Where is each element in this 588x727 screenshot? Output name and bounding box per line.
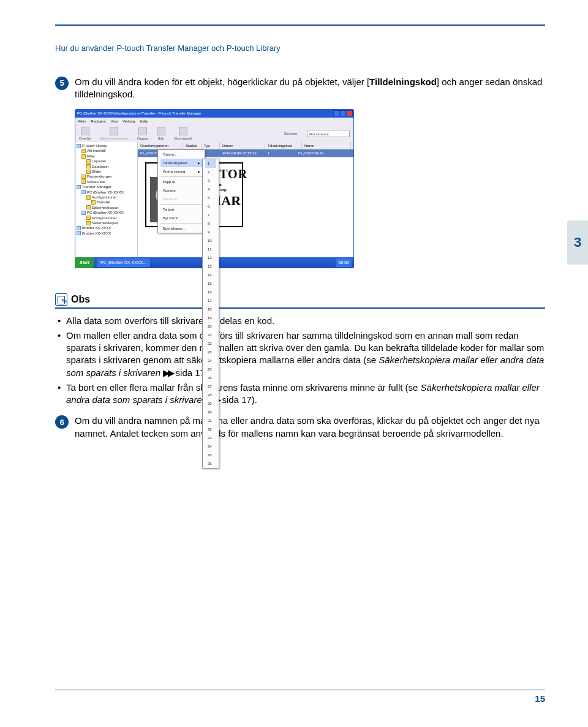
context-submenu-item[interactable]: 36: [205, 459, 216, 468]
context-submenu-item[interactable]: 7: [205, 211, 216, 219]
tree-item[interactable]: Konfigurationer: [77, 195, 136, 200]
menu-item[interactable]: Arkiv: [78, 119, 86, 123]
tree-item[interactable]: P-touch Library: [77, 143, 136, 148]
context-submenu-item[interactable]: 4: [205, 185, 216, 194]
tree-item[interactable]: Sökresultat: [77, 179, 136, 184]
tree-item[interactable]: Brother XX-XXXX: [77, 225, 136, 230]
context-submenu-item[interactable]: 14: [205, 271, 216, 279]
context-submenu-item[interactable]: 6: [205, 202, 216, 211]
folder-icon: [77, 231, 81, 235]
column-header[interactable]: Tilldelningskod: [265, 142, 302, 149]
context-submenu-item[interactable]: 33: [205, 434, 216, 442]
context-submenu-item[interactable]: 31: [205, 416, 216, 425]
context-submenu-item[interactable]: 5: [205, 194, 216, 202]
menu-bar[interactable]: ArkivRedigeraVisaVerktygHjälp: [75, 118, 354, 125]
context-submenu-item[interactable]: 18: [205, 305, 216, 314]
tree-item[interactable]: Transfer: [77, 200, 136, 205]
page-ref-arrows-icon: ▶▶: [163, 367, 173, 378]
context-menu-item[interactable]: Klipp ut: [160, 178, 202, 186]
list-row-selected[interactable]: ID_VISITOR 2016-08-09 15:15:32 1 ID_VISI…: [138, 149, 353, 157]
context-menu-item[interactable]: Egenskaper...: [160, 224, 202, 233]
context-menu-item[interactable]: Byt namn: [160, 214, 202, 222]
folder-tree[interactable]: P-touch LibraryAllt innehållFilterLayout…: [75, 142, 138, 257]
context-submenu-item[interactable]: 35: [205, 451, 216, 459]
context-submenu-item[interactable]: 12: [205, 254, 216, 262]
context-submenu-item[interactable]: 1: [205, 159, 216, 168]
context-submenu-item[interactable]: 8: [205, 219, 216, 228]
context-submenu-item[interactable]: 24: [205, 356, 216, 365]
context-submenu-item[interactable]: 11: [205, 245, 216, 254]
context-submenu-item[interactable]: 27: [205, 382, 216, 391]
start-button[interactable]: Start: [75, 257, 94, 268]
tree-item[interactable]: Papperskorgen: [77, 174, 136, 179]
toolbar-button[interactable]: Öppna: [137, 127, 148, 141]
context-menu[interactable]: Öppna...Tilldelningskod12345678910111213…: [157, 149, 205, 233]
tree-item[interactable]: Bilder: [77, 169, 136, 174]
note-block: Obs Alla data som överförs till skrivare…: [55, 293, 545, 406]
tree-item[interactable]: Filter: [77, 154, 136, 159]
tree-item[interactable]: PC (Brother XX-XXXX): [77, 210, 136, 215]
context-submenu-item[interactable]: 21: [205, 331, 216, 339]
context-menu-item[interactable]: Kopiera: [160, 186, 202, 195]
tree-item[interactable]: Layouter: [77, 159, 136, 164]
column-header[interactable]: Överföringsnamn: [138, 142, 183, 149]
context-submenu-item[interactable]: 16: [205, 288, 216, 296]
tree-item[interactable]: Säkerhetskopior: [77, 205, 136, 210]
context-submenu-item[interactable]: 13: [205, 262, 216, 271]
context-menu-item[interactable]: Tilldelningskod1234567891011121314151617…: [160, 159, 202, 167]
toolbar-button[interactable]: Sök: [157, 127, 165, 141]
window-max-button[interactable]: [340, 110, 346, 116]
toolbar: ÖverförSäkerhetskopieraÖppnaSökVisningss…: [75, 125, 354, 142]
context-submenu-item[interactable]: 29: [205, 399, 216, 408]
context-submenu-item[interactable]: 25: [205, 365, 216, 374]
folder-icon: [81, 190, 86, 194]
toolbar-button[interactable]: Visningsstil: [174, 127, 192, 141]
menu-item[interactable]: Hjälp: [140, 119, 148, 123]
context-submenu-item[interactable]: 30: [205, 408, 216, 416]
toolbar-button[interactable]: Överför: [79, 127, 91, 141]
context-submenu-item[interactable]: 26: [205, 374, 216, 382]
page-header: Hur du använder P-touch Transfer Manager…: [55, 43, 545, 54]
menu-item[interactable]: Verktyg: [123, 119, 135, 123]
context-submenu-item[interactable]: 9: [205, 228, 216, 236]
context-submenu-item[interactable]: 34: [205, 442, 216, 451]
tree-item[interactable]: Konfigurationer: [77, 216, 136, 220]
menu-item[interactable]: Redigera: [91, 119, 105, 123]
context-submenu-item[interactable]: 2: [205, 168, 216, 176]
column-header[interactable]: Datum: [220, 142, 265, 149]
tree-label: Databaser: [92, 164, 109, 169]
context-submenu-item[interactable]: 19: [205, 314, 216, 322]
menu-item[interactable]: Visa: [111, 119, 118, 123]
tree-item[interactable]: Brother XX-XXXX: [77, 231, 136, 236]
context-submenu-item[interactable]: 15: [205, 279, 216, 288]
column-header[interactable]: Storlek: [183, 142, 202, 149]
window-close-button[interactable]: [347, 110, 353, 116]
taskbar-item[interactable]: PC (Brother XX-XXXX...: [97, 258, 150, 267]
window-min-button[interactable]: [333, 110, 339, 116]
context-submenu-item[interactable]: 22: [205, 339, 216, 348]
tree-item[interactable]: Allt innehåll: [77, 148, 136, 153]
context-submenu-item[interactable]: 32: [205, 425, 216, 434]
column-header[interactable]: Namn: [302, 142, 351, 149]
column-header[interactable]: Typ: [202, 142, 220, 149]
toolbar-label: Säkerhetskopiera: [100, 136, 129, 141]
tree-label: PC (Brother XX-XXXX): [87, 210, 124, 215]
context-submenu-item[interactable]: 10: [205, 236, 216, 245]
context-menu-item[interactable]: Öppna...: [160, 150, 202, 159]
printer-select[interactable]: Alla skrivare: [307, 130, 350, 137]
context-submenu-item[interactable]: 20: [205, 322, 216, 331]
context-submenu-item[interactable]: 23: [205, 348, 216, 356]
tree-item[interactable]: Säkerhetskopior: [77, 220, 136, 225]
context-menu-item[interactable]: Ta bort: [160, 205, 202, 214]
window-title: PC (Brother XX-XXXX)\Konfigurationer\Tra…: [77, 111, 202, 115]
folder-icon: [77, 226, 81, 230]
tree-item[interactable]: Transfer Manager: [77, 184, 136, 189]
context-menu-item[interactable]: Ändra visning: [160, 167, 202, 176]
context-submenu-item[interactable]: 17: [205, 296, 216, 305]
context-submenu[interactable]: 1234567891011121314151617181920212223242…: [202, 159, 219, 469]
toolbar-label: Överför: [79, 136, 91, 141]
tree-item[interactable]: Databaser: [77, 164, 136, 169]
context-submenu-item[interactable]: 3: [205, 176, 216, 185]
context-submenu-item[interactable]: 28: [205, 391, 216, 399]
tree-item[interactable]: PC (Brother XX-XXXX): [77, 190, 136, 195]
